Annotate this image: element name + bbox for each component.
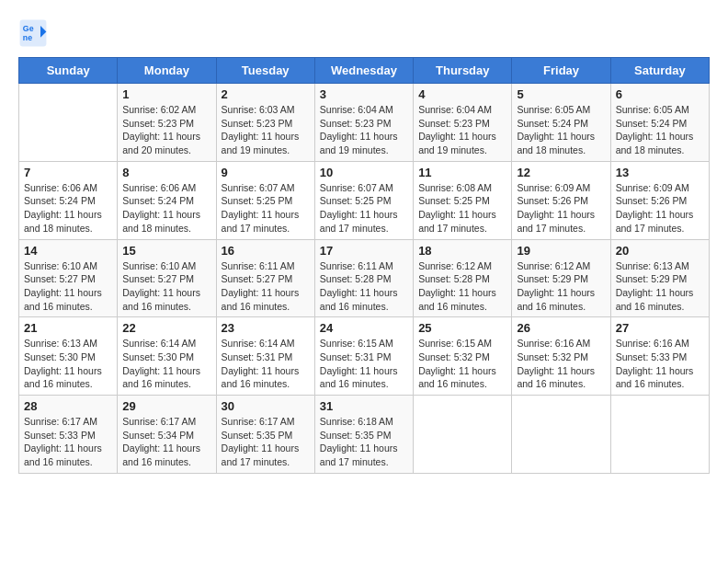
day-number: 7 [24, 166, 112, 179]
calendar-cell: 15Sunrise: 6:10 AMSunset: 5:27 PMDayligh… [118, 239, 216, 317]
calendar-cell: 17Sunrise: 6:11 AMSunset: 5:28 PMDayligh… [314, 239, 413, 317]
day-number: 9 [222, 166, 310, 179]
calendar-cell: 4Sunrise: 6:04 AMSunset: 5:23 PMDaylight… [414, 84, 512, 162]
day-header-saturday: Saturday [610, 58, 709, 84]
calendar-cell: 14Sunrise: 6:10 AMSunset: 5:27 PMDayligh… [19, 239, 118, 317]
day-header-friday: Friday [512, 58, 610, 84]
day-info: Sunrise: 6:13 AMSunset: 5:30 PMDaylight:… [24, 337, 112, 391]
day-header-thursday: Thursday [414, 58, 512, 84]
day-info: Sunrise: 6:05 AMSunset: 5:24 PMDaylight:… [616, 103, 704, 157]
calendar-table: SundayMondayTuesdayWednesdayThursdayFrid… [18, 57, 710, 474]
day-number: 11 [418, 166, 506, 179]
day-number: 4 [418, 87, 506, 101]
calendar-cell: 25Sunrise: 6:15 AMSunset: 5:32 PMDayligh… [414, 317, 512, 396]
day-info: Sunrise: 6:04 AMSunset: 5:23 PMDaylight:… [320, 103, 408, 157]
day-number: 3 [320, 87, 408, 101]
day-number: 6 [616, 87, 704, 101]
day-info: Sunrise: 6:11 AMSunset: 5:28 PMDaylight:… [320, 259, 408, 314]
calendar-cell [512, 396, 610, 474]
day-info: Sunrise: 6:04 AMSunset: 5:23 PMDaylight:… [418, 103, 506, 157]
day-number: 23 [222, 321, 310, 335]
day-info: Sunrise: 6:17 AMSunset: 5:34 PMDaylight:… [122, 415, 210, 469]
calendar-cell: 16Sunrise: 6:11 AMSunset: 5:27 PMDayligh… [216, 239, 314, 317]
day-number: 21 [24, 321, 112, 335]
day-number: 13 [616, 166, 704, 179]
day-info: Sunrise: 6:15 AMSunset: 5:32 PMDaylight:… [418, 337, 506, 391]
day-info: Sunrise: 6:18 AMSunset: 5:35 PMDaylight:… [320, 415, 408, 469]
day-info: Sunrise: 6:10 AMSunset: 5:27 PMDaylight:… [122, 259, 210, 314]
day-info: Sunrise: 6:09 AMSunset: 5:26 PMDaylight:… [517, 181, 605, 236]
day-info: Sunrise: 6:02 AMSunset: 5:23 PMDaylight:… [122, 103, 210, 157]
calendar-cell: 27Sunrise: 6:16 AMSunset: 5:33 PMDayligh… [610, 317, 709, 396]
calendar-week-row: 14Sunrise: 6:10 AMSunset: 5:27 PMDayligh… [19, 239, 710, 317]
day-header-tuesday: Tuesday [216, 58, 314, 84]
calendar-cell [610, 396, 709, 474]
day-info: Sunrise: 6:13 AMSunset: 5:29 PMDaylight:… [616, 259, 704, 314]
calendar-cell: 18Sunrise: 6:12 AMSunset: 5:28 PMDayligh… [414, 239, 512, 317]
calendar-cell: 26Sunrise: 6:16 AMSunset: 5:32 PMDayligh… [512, 317, 610, 396]
svg-text:Ge: Ge [23, 24, 34, 33]
day-header-monday: Monday [118, 58, 216, 84]
logo: Ge ne [18, 18, 53, 48]
calendar-week-row: 1Sunrise: 6:02 AMSunset: 5:23 PMDaylight… [19, 84, 710, 162]
calendar-cell: 31Sunrise: 6:18 AMSunset: 5:35 PMDayligh… [314, 396, 413, 474]
calendar-cell: 29Sunrise: 6:17 AMSunset: 5:34 PMDayligh… [118, 396, 216, 474]
day-info: Sunrise: 6:06 AMSunset: 5:24 PMDaylight:… [24, 181, 112, 236]
day-info: Sunrise: 6:08 AMSunset: 5:25 PMDaylight:… [418, 181, 506, 236]
day-info: Sunrise: 6:12 AMSunset: 5:29 PMDaylight:… [517, 259, 605, 314]
day-number: 31 [320, 399, 408, 413]
day-info: Sunrise: 6:07 AMSunset: 5:25 PMDaylight:… [320, 181, 408, 236]
day-info: Sunrise: 6:16 AMSunset: 5:33 PMDaylight:… [616, 337, 704, 391]
day-number: 30 [222, 399, 310, 413]
day-info: Sunrise: 6:17 AMSunset: 5:35 PMDaylight:… [222, 415, 310, 469]
day-number: 10 [320, 166, 408, 179]
calendar-body: 1Sunrise: 6:02 AMSunset: 5:23 PMDaylight… [19, 84, 710, 474]
calendar-cell: 2Sunrise: 6:03 AMSunset: 5:23 PMDaylight… [216, 84, 314, 162]
day-number: 20 [616, 244, 704, 258]
calendar-cell: 7Sunrise: 6:06 AMSunset: 5:24 PMDaylight… [19, 161, 118, 239]
day-number: 12 [517, 166, 605, 179]
day-number: 19 [517, 244, 605, 258]
day-info: Sunrise: 6:06 AMSunset: 5:24 PMDaylight:… [122, 181, 210, 236]
calendar-cell: 10Sunrise: 6:07 AMSunset: 5:25 PMDayligh… [314, 161, 413, 239]
calendar-cell [19, 84, 118, 162]
day-header-sunday: Sunday [19, 58, 118, 84]
calendar-cell: 28Sunrise: 6:17 AMSunset: 5:33 PMDayligh… [19, 396, 118, 474]
day-number: 29 [122, 399, 210, 413]
calendar-week-row: 7Sunrise: 6:06 AMSunset: 5:24 PMDaylight… [19, 161, 710, 239]
day-number: 2 [222, 87, 310, 101]
day-info: Sunrise: 6:15 AMSunset: 5:31 PMDaylight:… [320, 337, 408, 391]
day-info: Sunrise: 6:05 AMSunset: 5:24 PMDaylight:… [517, 103, 605, 157]
day-number: 22 [122, 321, 210, 335]
day-info: Sunrise: 6:09 AMSunset: 5:26 PMDaylight:… [616, 181, 704, 236]
calendar-cell: 13Sunrise: 6:09 AMSunset: 5:26 PMDayligh… [610, 161, 709, 239]
day-number: 28 [24, 399, 112, 413]
day-info: Sunrise: 6:17 AMSunset: 5:33 PMDaylight:… [24, 415, 112, 469]
calendar-cell: 20Sunrise: 6:13 AMSunset: 5:29 PMDayligh… [610, 239, 709, 317]
day-number: 25 [418, 321, 506, 335]
day-number: 15 [122, 244, 210, 258]
day-number: 24 [320, 321, 408, 335]
calendar-cell: 30Sunrise: 6:17 AMSunset: 5:35 PMDayligh… [216, 396, 314, 474]
day-info: Sunrise: 6:16 AMSunset: 5:32 PMDaylight:… [517, 337, 605, 391]
calendar-cell: 1Sunrise: 6:02 AMSunset: 5:23 PMDaylight… [118, 84, 216, 162]
day-header-wednesday: Wednesday [314, 58, 413, 84]
calendar-cell: 11Sunrise: 6:08 AMSunset: 5:25 PMDayligh… [414, 161, 512, 239]
day-number: 8 [122, 166, 210, 179]
day-number: 1 [122, 87, 210, 101]
day-number: 27 [616, 321, 704, 335]
day-number: 17 [320, 244, 408, 258]
calendar-cell: 19Sunrise: 6:12 AMSunset: 5:29 PMDayligh… [512, 239, 610, 317]
calendar-cell: 6Sunrise: 6:05 AMSunset: 5:24 PMDaylight… [610, 84, 709, 162]
calendar-week-row: 28Sunrise: 6:17 AMSunset: 5:33 PMDayligh… [19, 396, 710, 474]
day-info: Sunrise: 6:10 AMSunset: 5:27 PMDaylight:… [24, 259, 112, 314]
calendar-cell: 24Sunrise: 6:15 AMSunset: 5:31 PMDayligh… [314, 317, 413, 396]
day-number: 14 [24, 244, 112, 258]
day-number: 26 [517, 321, 605, 335]
day-number: 18 [418, 244, 506, 258]
calendar-cell: 3Sunrise: 6:04 AMSunset: 5:23 PMDaylight… [314, 84, 413, 162]
day-info: Sunrise: 6:07 AMSunset: 5:25 PMDaylight:… [222, 181, 310, 236]
calendar-cell: 5Sunrise: 6:05 AMSunset: 5:24 PMDaylight… [512, 84, 610, 162]
day-info: Sunrise: 6:12 AMSunset: 5:28 PMDaylight:… [418, 259, 506, 314]
logo-icon: Ge ne [18, 18, 48, 48]
